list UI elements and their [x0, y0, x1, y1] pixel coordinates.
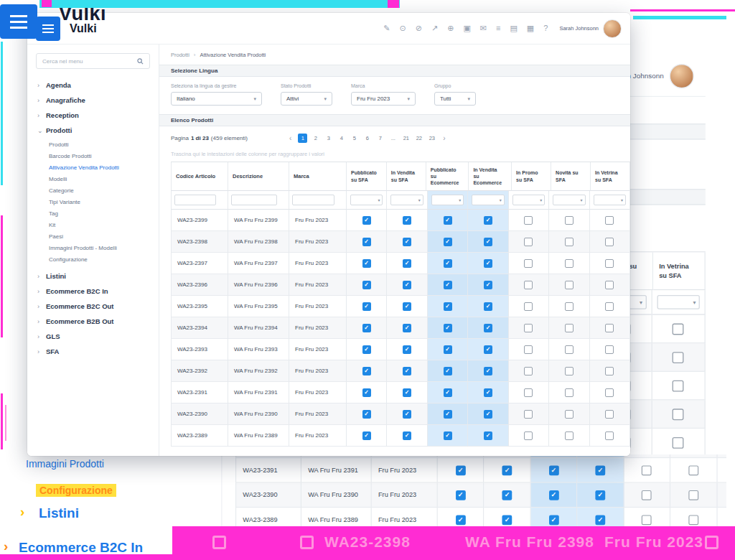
checkbox-novita-su-sfa[interactable]	[565, 302, 574, 311]
column-header-codice-articolo[interactable]: Codice Articolo	[171, 162, 228, 191]
search-input[interactable]	[42, 58, 137, 65]
checkbox-pubblicato-su-sfa[interactable]	[362, 345, 371, 354]
page-6[interactable]: 6	[362, 134, 372, 143]
filter-icon[interactable]	[463, 175, 466, 178]
checkbox-pubblicato-su-ecommerce[interactable]	[444, 410, 452, 419]
checkbox-novita-su-sfa[interactable]	[565, 281, 574, 289]
user-chip[interactable]: Sarah Johnsonn	[559, 19, 622, 38]
menu-list-icon[interactable]: ≡	[496, 24, 500, 32]
checkbox-in-vetrina-su-sfa[interactable]	[605, 345, 614, 354]
sidebar-item-sfa[interactable]: ›SFA	[27, 344, 159, 359]
checkbox-in-vendita-su-ecommerce[interactable]	[484, 216, 492, 225]
checkbox-in-vendita-su-sfa[interactable]	[403, 324, 411, 332]
checkbox-in-vendita-su-ecommerce[interactable]	[484, 238, 492, 246]
filter-icon[interactable]	[585, 175, 588, 178]
checkbox-in-vendita-su-ecommerce[interactable]	[484, 302, 492, 311]
checkbox-in-vendita-su-ecommerce[interactable]	[484, 281, 492, 289]
filter-select-novita-su-sfa[interactable]: ▾	[553, 195, 585, 205]
checkbox-in-vendita-su-sfa[interactable]	[403, 367, 411, 375]
sidebar-item-reception[interactable]: ›Reception	[27, 108, 159, 123]
page-7[interactable]: 7	[375, 134, 385, 143]
filter-icon[interactable]	[223, 175, 225, 178]
checkbox-pubblicato-su-ecommerce[interactable]	[444, 388, 452, 397]
checkbox-in-vetrina-su-sfa[interactable]	[605, 388, 614, 397]
checkbox-in-promo-su-sfa[interactable]	[524, 431, 533, 440]
checkbox-pubblicato-su-sfa[interactable]	[362, 367, 371, 375]
sidebar-subitem-tag[interactable]: Tag	[27, 208, 159, 220]
sidebar-item-listini[interactable]: ›Listini	[27, 269, 159, 284]
checkbox-in-vendita-su-sfa[interactable]	[403, 345, 411, 354]
sidebar-subitem-categorie[interactable]: Categorie	[27, 185, 159, 197]
checkbox-in-vendita-su-sfa[interactable]	[403, 216, 411, 225]
breadcrumb-item[interactable]: Prodotti	[171, 52, 189, 58]
checkbox-in-vetrina-su-sfa[interactable]	[605, 410, 614, 419]
calendar-icon[interactable]: ▦	[527, 24, 534, 32]
checkbox-in-promo-su-sfa[interactable]	[524, 410, 533, 419]
checkbox-in-promo-su-sfa[interactable]	[524, 324, 533, 332]
filter-select-in-vendita-su-ecommerce[interactable]: ▾	[472, 195, 504, 205]
checkbox-pubblicato-su-sfa[interactable]	[362, 410, 371, 419]
checkbox-in-vetrina-su-sfa[interactable]	[605, 302, 614, 311]
history-icon[interactable]: ⊙	[400, 24, 406, 32]
checkbox-in-vendita-su-ecommerce[interactable]	[484, 410, 492, 419]
checkbox-pubblicato-su-ecommerce[interactable]	[444, 345, 452, 354]
checkbox-in-vetrina-su-sfa[interactable]	[605, 367, 614, 375]
checkbox-pubblicato-su-sfa[interactable]	[362, 259, 371, 268]
checkbox-in-vendita-su-ecommerce[interactable]	[484, 388, 492, 397]
filter-dropdown-gruppo[interactable]: Tutti▾	[434, 92, 476, 106]
checkbox-pubblicato-su-ecommerce[interactable]	[444, 216, 452, 225]
checkbox-in-vendita-su-ecommerce[interactable]	[484, 367, 492, 375]
menu-button[interactable]	[36, 17, 60, 41]
sidebar-subitem-configurazione[interactable]: Configurazione	[27, 254, 159, 266]
filter-icon[interactable]	[341, 175, 344, 178]
checkbox-pubblicato-su-ecommerce[interactable]	[444, 367, 452, 375]
filter-dropdown-stato-prodotti[interactable]: Attivi▾	[281, 92, 332, 106]
sidebar-item-prodotti[interactable]: ⌄Prodotti	[27, 123, 159, 138]
sidebar-item-agenda[interactable]: ›Agenda	[27, 78, 159, 93]
checkbox-in-vendita-su-ecommerce[interactable]	[484, 324, 492, 332]
page-1[interactable]: 1	[298, 134, 307, 143]
sidebar-subitem-tipi-variante[interactable]: Tipi Variante	[27, 197, 159, 208]
rows-icon[interactable]: ▤	[510, 24, 517, 32]
checkbox-in-promo-su-sfa[interactable]	[524, 367, 533, 375]
filter-icon[interactable]	[341, 199, 344, 202]
mail-icon[interactable]: ✉	[480, 24, 487, 32]
checkbox-in-promo-su-sfa[interactable]	[524, 345, 533, 354]
search-icon[interactable]	[137, 55, 144, 67]
checkbox-in-promo-su-sfa[interactable]	[524, 238, 533, 246]
block-icon[interactable]: ⊘	[416, 24, 422, 32]
checkbox-pubblicato-su-sfa[interactable]	[362, 431, 371, 440]
filter-dropdown-seleziona-la-lingua-da-gestire[interactable]: Italiano▾	[171, 92, 262, 106]
user-avatar[interactable]	[603, 19, 622, 38]
page-2[interactable]: 2	[311, 134, 320, 143]
filter-icon[interactable]	[284, 199, 286, 202]
checkbox-in-vendita-su-sfa[interactable]	[403, 238, 411, 246]
checkbox-in-vetrina-su-sfa[interactable]	[605, 281, 614, 289]
checkbox-in-promo-su-sfa[interactable]	[524, 216, 533, 225]
checkbox-pubblicato-su-ecommerce[interactable]	[444, 324, 452, 332]
column-header-novita-su-sfa[interactable]: Novità su SFA	[551, 162, 591, 191]
checkbox-pubblicato-su-sfa[interactable]	[362, 238, 371, 246]
filter-input-marca[interactable]	[292, 195, 334, 205]
filter-icon[interactable]	[506, 175, 509, 178]
filter-input-descrizione[interactable]	[231, 195, 277, 205]
prev-page-button[interactable]: ‹	[286, 134, 294, 142]
sidebar-item-gls[interactable]: ›GLS	[27, 329, 159, 344]
filter-select-pubblicato-su-sfa[interactable]: ▾	[350, 195, 383, 205]
checkbox-in-vendita-su-ecommerce[interactable]	[484, 259, 492, 268]
share-icon[interactable]: ↗	[431, 24, 438, 32]
checkbox-novita-su-sfa[interactable]	[565, 216, 574, 225]
filter-dropdown-marca[interactable]: Fru Fru 2023▾	[351, 92, 416, 106]
checkbox-in-vendita-su-sfa[interactable]	[403, 302, 411, 311]
checkbox-novita-su-sfa[interactable]	[565, 345, 574, 354]
checkbox-pubblicato-su-sfa[interactable]	[362, 388, 371, 397]
column-header-descrizione[interactable]: Descrizione	[228, 162, 289, 191]
column-header-marca[interactable]: Marca	[289, 162, 347, 191]
checkbox-novita-su-sfa[interactable]	[565, 324, 574, 332]
checkbox-in-vendita-su-ecommerce[interactable]	[484, 345, 492, 354]
checkbox-pubblicato-su-sfa[interactable]	[362, 324, 371, 332]
help-icon[interactable]: ?	[543, 24, 548, 32]
sidebar-subitem-kit[interactable]: Kit	[27, 220, 159, 231]
checkbox-in-vendita-su-sfa[interactable]	[403, 281, 411, 289]
checkbox-pubblicato-su-ecommerce[interactable]	[444, 238, 452, 246]
